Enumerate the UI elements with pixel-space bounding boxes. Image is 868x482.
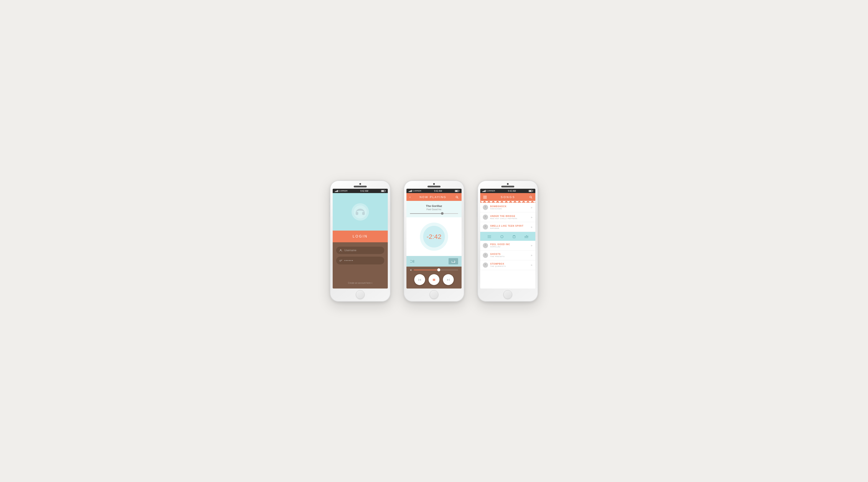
- phone-top-np: [406, 183, 462, 187]
- album-art-area: -2:42: [406, 217, 462, 256]
- login-button-area[interactable]: LOGIN: [333, 231, 388, 242]
- song-play-5[interactable]: ▶: [531, 264, 533, 266]
- context-info-icon[interactable]: i: [499, 234, 505, 239]
- songs-list: BOMBSHOCK HADOUKEN ▶: [480, 203, 535, 289]
- home-button-login[interactable]: [356, 290, 365, 299]
- song-play-1[interactable]: ▶: [531, 216, 533, 219]
- svg-point-17: [530, 196, 531, 198]
- svg-point-42: [485, 254, 486, 255]
- song-item-3[interactable]: FEEL GOOD INC GORILLAZ ▶: [480, 241, 535, 251]
- headphone-icon: [355, 207, 366, 216]
- song-artist-2: NIRVANA: [490, 227, 529, 229]
- home-button-np[interactable]: [430, 290, 438, 299]
- prev-button[interactable]: [414, 274, 425, 285]
- speaker-np: [428, 186, 440, 187]
- svg-point-1: [340, 260, 341, 261]
- status-bar-songs: CARRIER 9:42 AM: [480, 189, 535, 193]
- volume-track[interactable]: [414, 270, 458, 270]
- context-eq-icon[interactable]: [523, 234, 530, 239]
- username-field[interactable]: Username: [336, 247, 384, 254]
- song-item-1[interactable]: UNDER THE BRIDGE RED HOT CHILLI PEPPERS …: [480, 212, 535, 222]
- track-name: Feel Good Inc: [410, 208, 458, 211]
- signal-bar-2-np: [409, 191, 410, 192]
- login-title[interactable]: LOGIN: [337, 234, 384, 238]
- context-menu-bar: i: [480, 232, 535, 240]
- side-button-power-s[interactable]: [538, 202, 539, 211]
- signal-bars-songs: [483, 190, 486, 192]
- key-icon: [339, 259, 342, 262]
- context-list-icon[interactable]: [486, 234, 493, 239]
- song-item-2[interactable]: SMELLS LIKE TEEN SPIRIT NIRVANA ▶: [480, 222, 535, 232]
- side-button-mute[interactable]: [329, 198, 330, 203]
- signal-bar-4: [337, 190, 338, 192]
- song-play-0[interactable]: ▶: [531, 206, 533, 209]
- nowplaying-title: NOW PLAYING: [420, 195, 446, 199]
- album-circle-outer: -2:42: [420, 223, 448, 251]
- side-button-power[interactable]: [391, 202, 391, 211]
- menu-icon-songs[interactable]: [483, 195, 487, 199]
- svg-rect-9: [418, 279, 419, 281]
- carrier-info-np: CARRIER: [409, 190, 422, 192]
- song-item-0[interactable]: BOMBSHOCK HADOUKEN ▶: [480, 203, 535, 212]
- progress-bar[interactable]: [410, 213, 458, 214]
- song-avatar-4: [483, 253, 488, 258]
- side-button-mute-s[interactable]: [477, 198, 477, 203]
- search-icon-songs[interactable]: [529, 195, 532, 199]
- song-play-4[interactable]: ▶: [531, 254, 533, 256]
- side-button-vol-up-np[interactable]: [403, 205, 404, 210]
- signal-bar-4-s: [485, 190, 486, 192]
- user-icon: [339, 249, 342, 252]
- svg-point-37: [526, 235, 527, 236]
- phone-top-songs: [480, 183, 535, 187]
- shuffle-button[interactable]: [410, 259, 414, 263]
- song-info-4: GHOSTS THE PRESETS: [490, 253, 529, 257]
- songs-header: SONGS: [480, 193, 535, 201]
- svg-point-0: [340, 249, 341, 251]
- progress-thumb[interactable]: [441, 212, 443, 215]
- side-button-vol-down-s[interactable]: [477, 212, 477, 217]
- home-button-songs[interactable]: [503, 290, 512, 299]
- side-button-vol-up[interactable]: [329, 205, 330, 210]
- side-button-vol-up-s[interactable]: [477, 205, 477, 210]
- repeat-button[interactable]: [448, 258, 458, 264]
- phone-bottom-login: [356, 290, 365, 299]
- side-button-power-np[interactable]: [464, 202, 465, 211]
- back-button[interactable]: ‹: [409, 195, 410, 199]
- svg-point-41: [485, 244, 486, 246]
- search-icon-np[interactable]: [456, 195, 459, 199]
- svg-marker-8: [419, 279, 421, 281]
- camera-np: [433, 183, 435, 185]
- volume-thumb[interactable]: [437, 268, 440, 271]
- create-account-link[interactable]: Create an account here »: [336, 278, 384, 284]
- headphone-circle: [351, 203, 369, 221]
- song-play-2[interactable]: ▶: [531, 226, 533, 228]
- song-item-5[interactable]: STOMPBOX THE QUEMISTS ▶: [480, 260, 535, 270]
- album-circle-inner: -2:42: [423, 226, 445, 248]
- password-field[interactable]: ••••••: [336, 257, 384, 264]
- svg-line-6: [458, 198, 458, 198]
- side-button-vol-down-np[interactable]: [403, 212, 404, 217]
- volume-bar-container: [410, 269, 458, 271]
- next-button[interactable]: [443, 274, 454, 285]
- svg-rect-10: [433, 279, 434, 281]
- controls-playback: [406, 266, 462, 289]
- song-avatar-1: [483, 215, 488, 220]
- song-play-3[interactable]: ▶: [531, 244, 533, 247]
- song-item-4[interactable]: GHOSTS THE PRESETS ▶: [480, 251, 535, 260]
- playback-buttons: [410, 274, 458, 285]
- pause-button[interactable]: [429, 274, 439, 285]
- status-time-songs: 9:42 AM: [508, 190, 516, 192]
- svg-marker-7: [410, 269, 411, 271]
- signal-bars: [335, 190, 338, 192]
- next-icon: [446, 278, 450, 282]
- password-dots: ••••••: [344, 259, 353, 262]
- side-button-vol-down[interactable]: [329, 212, 330, 217]
- song-info-0: BOMBSHOCK HADOUKEN: [490, 205, 529, 210]
- context-trash-icon[interactable]: [511, 234, 517, 239]
- side-button-mute-np[interactable]: [403, 198, 404, 203]
- signal-bar-3-s: [484, 190, 485, 192]
- svg-point-5: [456, 196, 458, 198]
- signal-bar-2: [336, 191, 336, 192]
- nowplaying-header: ‹ NOW PLAYING: [406, 193, 462, 201]
- song-info-2: SMELLS LIKE TEEN SPIRIT NIRVANA: [490, 225, 529, 229]
